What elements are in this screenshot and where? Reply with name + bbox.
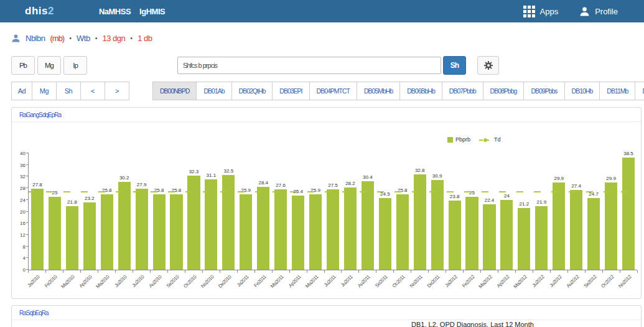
- bar-cell: 25.8: [394, 153, 411, 270]
- dashboard-tab-4[interactable]: DB04PMTCT: [309, 82, 357, 100]
- bar-value-label: 29.9: [606, 176, 616, 181]
- tab-control-button-0[interactable]: Ad: [11, 82, 32, 100]
- x-tick-mark: [463, 270, 464, 273]
- dashboard-tab-10[interactable]: DB10Hb: [564, 82, 600, 100]
- bar: [500, 200, 513, 270]
- chart-panel: RaGangSdqEpRa Pbprb Td 27.82521.823.225.…: [11, 107, 642, 299]
- y-tick-mark: [26, 164, 29, 165]
- dashboard-tab-3[interactable]: DB03EPI: [272, 82, 309, 100]
- profile-menu-button[interactable]: Profile: [579, 6, 618, 17]
- bar: [414, 174, 426, 270]
- bar-value-label: 23.8: [450, 194, 460, 199]
- dashboard-action-button-0[interactable]: Pb: [11, 56, 35, 75]
- tab-control-button-1[interactable]: Mg: [32, 82, 57, 100]
- bar: [118, 182, 131, 270]
- x-tick-mark: [498, 270, 498, 273]
- navbar-menu-item-1[interactable]: IgHMIS: [137, 7, 167, 16]
- bar-value-label: 27.8: [32, 182, 42, 187]
- bar: [170, 194, 182, 270]
- tab-control-button-3[interactable]: <: [80, 82, 105, 100]
- dashboard-tab-2[interactable]: DB02QtHb: [231, 82, 273, 100]
- bar-cell: 25: [46, 153, 63, 270]
- x-tick-mark: [150, 270, 151, 273]
- dhis2-logo[interactable]: dhis2: [25, 5, 54, 17]
- bar: [205, 179, 217, 270]
- tab-control-button-2[interactable]: Sh: [56, 82, 81, 100]
- navbar-menu-item-0[interactable]: NaMHSS: [96, 7, 133, 16]
- dashboard-tab-12[interactable]: D: [635, 82, 644, 100]
- y-tick-label: 8: [23, 244, 26, 249]
- bar-cell: 27.5: [324, 153, 342, 270]
- x-tick-mark: [446, 270, 446, 273]
- y-tick-label: 16: [20, 220, 26, 226]
- y-tick-mark: [26, 257, 29, 258]
- y-tick-mark: [26, 246, 29, 247]
- bar-cell: 25.8: [151, 153, 168, 270]
- dashboard-owner-link[interactable]: Nblbn: [26, 34, 45, 43]
- bar-cell: 25.9: [237, 153, 254, 270]
- y-tick-mark: [26, 153, 29, 153]
- bar-cell: 27.8: [29, 153, 46, 270]
- y-tick-label: 40: [20, 151, 26, 156]
- dashboard-tab-11[interactable]: DB11Mb: [599, 82, 635, 100]
- dashboard-action-button-1[interactable]: Mg: [37, 56, 61, 75]
- y-tick-mark: [26, 211, 29, 212]
- dashboard-toolbar: PbMgIp Sh: [0, 56, 644, 76]
- x-tick-mark: [237, 270, 238, 273]
- search-input[interactable]: [177, 57, 441, 74]
- dashboard-tab-5[interactable]: DB05MbHb: [357, 82, 400, 100]
- bar-value-label: 23.2: [85, 196, 95, 201]
- settings-button[interactable]: [477, 56, 499, 75]
- x-tick-mark: [602, 270, 603, 273]
- dashboard-tab-8[interactable]: DB08Pbbg: [483, 82, 525, 100]
- dashboard-stat-items: 1 db: [138, 34, 152, 43]
- dashboard-tab-1[interactable]: DB01Ab: [196, 82, 231, 100]
- dashboard-tab-6[interactable]: DB06BbHb: [399, 82, 442, 100]
- bottom-panel-link[interactable]: RaSqbEqRa: [19, 310, 49, 316]
- bar: [553, 182, 565, 270]
- y-tick-mark: [26, 222, 29, 223]
- owner-person-icon: [11, 34, 21, 43]
- bar: [622, 158, 635, 270]
- bar: [449, 201, 461, 270]
- bar-value-label: 22.4: [485, 197, 495, 203]
- bar: [379, 198, 391, 270]
- dashboard-shared-link[interactable]: Wtb: [77, 34, 90, 43]
- chart-panel-link[interactable]: RaGangSdqEpRa: [19, 111, 61, 118]
- bars-layer: 27.82521.823.225.830.227.925.825.832.331…: [29, 153, 637, 270]
- dashboard-tab-0[interactable]: DB00NBPD: [152, 82, 197, 100]
- x-tick-mark: [272, 270, 273, 273]
- dashboard-tab-9[interactable]: DB09Pbbs: [523, 82, 564, 100]
- legend-item-series[interactable]: Pbprb: [447, 136, 470, 143]
- bar-value-label: 32.8: [415, 168, 425, 173]
- dashboard-tab-7[interactable]: DB07Pbbb: [442, 82, 483, 100]
- bar-cell: 27.6: [272, 153, 289, 270]
- bar: [222, 175, 235, 270]
- search-button[interactable]: Sh: [443, 56, 466, 75]
- bar-cell: 30.2: [116, 153, 133, 270]
- y-tick-label: 24: [20, 197, 26, 202]
- bar-cell: 25.8: [98, 153, 116, 270]
- bar: [483, 204, 495, 270]
- bar-value-label: 21.9: [537, 199, 547, 205]
- x-tick-mark: [167, 270, 168, 273]
- dhis2-dashboard-page: { "navbar": { "bg_color": "#2e6896", "lo…: [0, 0, 644, 327]
- bar-value-label: 27.9: [137, 182, 147, 187]
- legend-item-target[interactable]: Td: [479, 136, 501, 143]
- apps-menu-button[interactable]: Apps: [523, 6, 559, 17]
- dashboard-action-button-2[interactable]: Ip: [63, 56, 87, 75]
- bar-cell: 29.9: [550, 153, 567, 270]
- bar: [465, 197, 478, 270]
- bar: [153, 194, 166, 270]
- plot-area: 27.82521.823.225.830.227.925.825.832.331…: [28, 153, 637, 270]
- bar-cell: 23.2: [81, 153, 98, 270]
- bar-value-label: 27.4: [571, 183, 581, 189]
- y-tick-label: 0: [23, 267, 26, 273]
- target-line: [29, 191, 637, 192]
- x-tick-mark: [341, 270, 342, 273]
- bar-cell: 25: [464, 153, 481, 270]
- tab-control-button-4[interactable]: >: [105, 82, 129, 100]
- bar-cell: 21.8: [63, 153, 81, 270]
- bar-cell: 29.9: [602, 153, 620, 270]
- bar-cell: 24: [498, 153, 515, 270]
